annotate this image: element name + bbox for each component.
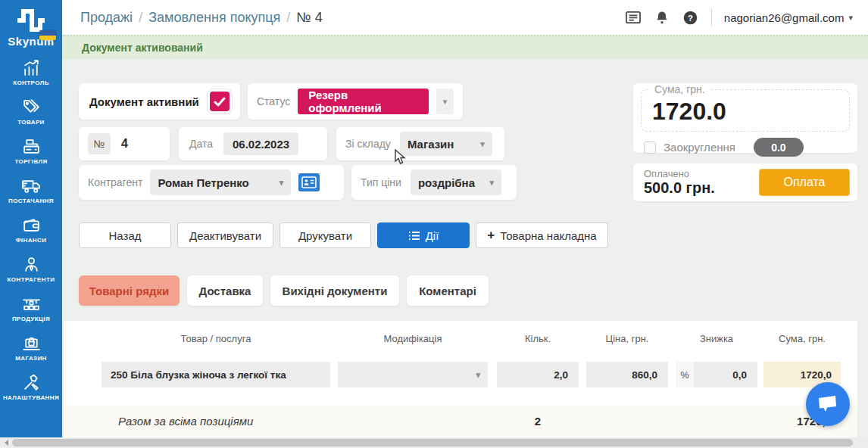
tab-delivery[interactable]: Доставка <box>187 275 263 306</box>
products-table: Товар / послуга Модифікація Кільк. Ціна,… <box>64 321 857 437</box>
status-card: Статус Резерв оформлений ▾ <box>248 83 463 120</box>
warehouse-card: Зі складу Магазин ▾ <box>336 127 504 160</box>
column-header-product: Товар / послуга <box>101 333 330 344</box>
topbar: Продажі / Замовлення покупця / № 4 ? nag… <box>62 0 868 35</box>
chart-growth-icon <box>22 58 41 77</box>
breadcrumb-separator: / <box>139 10 142 26</box>
price-type-label: Тип ціни <box>361 176 401 188</box>
status-banner: Документ активований <box>62 35 868 59</box>
billing-card-icon[interactable] <box>625 9 642 26</box>
number-input[interactable]: 4 <box>121 137 128 151</box>
app-logo[interactable]: Skynum <box>0 0 62 48</box>
sum-fieldset: Сума, грн. 1720.0 <box>641 89 850 132</box>
deactivate-button[interactable]: Деактивувати <box>177 222 273 248</box>
contact-card-icon <box>301 176 317 188</box>
breadcrumb-current-doc: № 4 <box>296 10 322 26</box>
user-email-text: nagorian26@gmail.com <box>724 11 845 24</box>
topbar-divider <box>711 8 712 26</box>
tools-icon <box>22 373 41 392</box>
status-label: Статус <box>257 95 290 107</box>
status-banner-text: Документ активований <box>82 42 203 54</box>
add-invoice-button[interactable]: + Товарна накладна <box>476 222 608 248</box>
breadcrumb: Продажі / Замовлення покупця / № 4 <box>80 10 323 26</box>
actions-menu-button[interactable]: Дії <box>377 222 470 248</box>
row-qty-input[interactable]: 2,0 <box>497 362 579 387</box>
counterparty-select[interactable]: Роман Петренко ▾ <box>150 170 291 195</box>
number-label: № <box>88 133 111 154</box>
delivery-truck-icon <box>22 176 41 195</box>
row-modification-select[interactable]: ▾ <box>338 362 488 387</box>
sum-value: 1720.0 <box>652 99 849 123</box>
pulse-wave-icon <box>14 8 48 33</box>
sidebar-item-control[interactable]: КОНТРОЛЬ <box>0 58 62 98</box>
totals-label: Разом за всіма позиціями <box>118 415 253 428</box>
price-type-value: роздрібна <box>418 176 475 189</box>
chevron-down-icon: ▾ <box>480 139 485 149</box>
online-shop-icon <box>22 334 41 353</box>
chat-widget-button[interactable] <box>806 382 850 426</box>
contact-card-button[interactable] <box>298 173 320 191</box>
column-header-discount: Знижка <box>676 333 757 344</box>
row-product-cell[interactable]: 250 Біла блузка жіноча з легкої тка <box>101 362 330 387</box>
cash-register-icon <box>22 137 41 156</box>
pay-button[interactable]: Оплата <box>759 169 850 196</box>
bulleted-list-icon <box>408 231 420 241</box>
chevron-down-icon: ▾ <box>476 370 480 380</box>
status-caret-button[interactable]: ▾ <box>436 89 454 114</box>
warehouse-select[interactable]: Магазин ▾ <box>400 132 492 156</box>
breadcrumb-sales[interactable]: Продажі <box>80 10 133 26</box>
price-type-card: Тип ціни роздрібна ▾ <box>351 165 517 200</box>
rounding-label: Заокруглення <box>663 141 735 154</box>
column-header-qty: Кільк. <box>497 333 579 344</box>
counterparty-value: Роман Петренко <box>158 176 248 189</box>
chevron-down-icon: ▾ <box>279 178 284 188</box>
tab-product-rows[interactable]: Товарні рядки <box>79 275 180 306</box>
tab-outgoing-documents[interactable]: Вихідні документи <box>270 275 399 306</box>
rounding-checkbox[interactable] <box>644 142 656 154</box>
sidebar-item-shop[interactable]: МАГАЗИН <box>0 334 62 373</box>
chevron-down-icon: ▾ <box>848 13 853 23</box>
sidebar-item-goods[interactable]: ТОВАРИ <box>0 98 62 137</box>
price-type-select[interactable]: роздрібна ▾ <box>411 170 501 195</box>
breadcrumb-customer-orders[interactable]: Замовлення покупця <box>148 10 280 26</box>
counterparty-card: Контрагент Роман Петренко ▾ <box>79 165 344 200</box>
date-label: Дата <box>189 138 213 150</box>
tab-comments[interactable]: Коментарі <box>407 275 489 306</box>
sidebar-item-finance[interactable]: ФІНАНСИ <box>0 216 62 255</box>
chat-bubble-icon <box>816 394 839 414</box>
scroll-left-button[interactable] <box>0 437 12 448</box>
column-header-modification: Модифікація <box>338 333 488 344</box>
warehouse-value: Магазин <box>407 138 454 151</box>
sidebar-nav: КОНТРОЛЬ ТОВАРИ ТОРГІВЛЯ ПОСТАЧАННЯ ФІНА… <box>0 58 62 412</box>
wallet-icon <box>22 216 41 235</box>
warehouse-label: Зі складу <box>345 138 391 150</box>
sidebar-item-production[interactable]: ПРОДУКЦІЯ <box>0 294 62 334</box>
document-number-card: № 4 <box>79 127 170 160</box>
date-card: Дата 06.02.2023 <box>179 127 327 160</box>
date-input[interactable]: 06.02.2023 <box>223 132 298 155</box>
paid-card: Оплачено 500.0 грн. Оплата <box>633 163 857 201</box>
print-button[interactable]: Друкувати <box>279 222 371 248</box>
table-footer: Разом за всіма позиціями 2 1720,0 <box>64 406 857 437</box>
horizontal-scrollbar <box>0 437 868 448</box>
sidebar-item-counterparties[interactable]: КОНТРАГЕНТИ <box>0 255 62 294</box>
status-select[interactable]: Резерв оформлений <box>298 89 429 114</box>
document-active-checkbox[interactable] <box>210 92 229 111</box>
sidebar-item-trade[interactable]: ТОРГІВЛЯ <box>0 137 62 176</box>
sum-label: Сума, грн. <box>651 83 709 95</box>
sidebar-item-supply[interactable]: ПОСТАЧАННЯ <box>0 176 62 216</box>
row-price-input[interactable]: 860,0 <box>586 362 668 387</box>
back-button[interactable]: Назад <box>79 222 171 248</box>
sidebar-item-settings[interactable]: НАЛАШТУВАННЯ <box>0 373 62 412</box>
breadcrumb-separator: / <box>286 10 290 26</box>
user-account-menu[interactable]: nagorian26@gmail.com ▾ <box>724 11 853 24</box>
chevron-down-icon: ▾ <box>489 178 494 188</box>
paid-value: 500.0 грн. <box>644 179 715 197</box>
help-icon[interactable]: ? <box>682 9 699 26</box>
notifications-bell-icon[interactable] <box>654 9 670 26</box>
row-discount-input[interactable]: 0,0 <box>694 362 757 387</box>
totals-qty: 2 <box>497 415 579 428</box>
scrollbar-thumb[interactable] <box>12 439 853 446</box>
price-tags-icon <box>22 98 41 117</box>
column-header-price: Ціна, грн. <box>586 333 668 344</box>
